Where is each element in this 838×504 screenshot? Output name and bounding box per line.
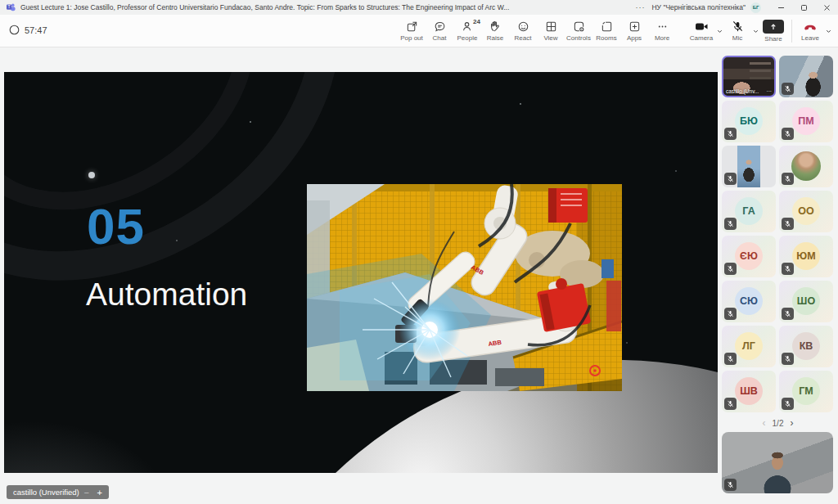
star-decoration [250, 121, 251, 123]
shared-screen-slide: 05 Automation [4, 72, 718, 473]
participant-photo-avatar [791, 151, 821, 181]
leave-button[interactable]: Leave [797, 17, 823, 45]
participant-tile[interactable]: ЄЮ [722, 236, 776, 277]
participant-tile-photo[interactable] [779, 146, 833, 187]
controls-button[interactable]: Controls [565, 17, 592, 45]
mic-muted-badge-icon [782, 128, 794, 140]
mic-muted-badge-icon [724, 308, 737, 320]
participant-initials-avatar: СЮ [735, 287, 763, 315]
share-button[interactable]: Share [760, 17, 786, 45]
participant-tile[interactable]: БЮ [722, 101, 776, 142]
mic-muted-badge-icon [724, 218, 737, 230]
participant-tile[interactable]: СЮ [722, 281, 776, 322]
slide-title: Automation [86, 278, 247, 310]
minimize-button[interactable] [769, 0, 792, 15]
mic-muted-badge-icon [782, 83, 794, 95]
participants-pagination: ‹ 1/2 › [718, 417, 838, 429]
participant-tile[interactable]: ЛГ [722, 326, 776, 367]
participant-tile[interactable]: ШВ [722, 371, 776, 412]
portrait-video-strip [737, 146, 760, 187]
people-button[interactable]: 24 People [453, 17, 481, 45]
popout-button[interactable]: Pop out [398, 17, 426, 45]
close-button[interactable] [815, 0, 838, 15]
meeting-title: Guest Lecture 1: Jose Castillo, Professo… [20, 3, 628, 11]
participants-sidebar: castillo (Unv... ··· БЮ ПМ [718, 47, 838, 504]
timer-value: 57:47 [25, 25, 47, 35]
moon-decoration [88, 172, 95, 178]
popout-icon [406, 20, 418, 33]
raise-hand-button[interactable]: Raise [481, 17, 509, 45]
participant-name-label: castillo (Unv... [726, 88, 759, 94]
participant-initials-avatar: ЛГ [735, 332, 763, 360]
pagination-prev-icon[interactable]: ‹ [763, 417, 766, 429]
mic-muted-badge-icon [724, 128, 737, 140]
mic-muted-badge-icon [724, 479, 737, 491]
maximize-button[interactable] [792, 0, 815, 15]
meeting-toolbar: 57:47 Pop out Chat 24 People Raise React… [0, 15, 838, 47]
pagination-current: 1/2 [773, 419, 784, 428]
participant-initials-avatar: БЮ [735, 107, 763, 135]
participant-initials-avatar: ШО [792, 287, 820, 315]
mic-muted-badge-icon [724, 398, 737, 410]
tile-more-icon[interactable]: ··· [767, 88, 773, 94]
people-icon [462, 20, 474, 33]
org-avatar[interactable]: БГ [750, 2, 761, 13]
participant-tiles-grid: castillo (Unv... ··· БЮ ПМ [718, 47, 838, 412]
apps-button[interactable]: Apps [620, 17, 648, 45]
zoom-in-button[interactable]: + [94, 488, 106, 497]
controls-icon [573, 20, 585, 33]
participant-tile-video[interactable] [779, 56, 833, 97]
participant-tile[interactable]: ЮМ [779, 236, 833, 277]
titlebar-more-icon[interactable]: ··· [628, 3, 651, 11]
mic-dropdown-chevron-icon[interactable] [750, 17, 760, 45]
mic-button[interactable]: Mic [724, 17, 750, 45]
participant-tile-castillo[interactable]: castillo (Unv... ··· [722, 56, 776, 97]
participant-initials-avatar: КВ [792, 332, 820, 360]
camera-icon [695, 20, 709, 33]
share-icon [763, 20, 784, 34]
participant-initials-avatar: ГА [735, 197, 763, 225]
mic-muted-badge-icon [782, 308, 794, 320]
camera-button[interactable]: Camera [688, 17, 714, 45]
timer-icon [9, 25, 20, 35]
participant-tile[interactable]: КВ [779, 326, 833, 367]
participant-tile[interactable]: ГМ [779, 371, 833, 412]
corner-glow-decoration [4, 412, 192, 473]
people-count-badge: 24 [473, 18, 480, 25]
view-button[interactable]: View [537, 17, 565, 45]
self-view-tile[interactable] [722, 432, 833, 493]
mic-muted-badge-icon [724, 263, 737, 275]
slide-number: 05 [87, 201, 145, 252]
mic-muted-badge-icon [724, 353, 737, 365]
mic-muted-badge-icon [782, 398, 794, 410]
star-decoration [176, 240, 178, 241]
participant-initials-avatar: ПМ [792, 107, 820, 135]
rooms-icon [601, 20, 613, 33]
participant-tile[interactable]: ШО [779, 281, 833, 322]
react-button[interactable]: React [509, 17, 537, 45]
participant-tile[interactable]: ПМ [779, 101, 833, 142]
window-titlebar: T Guest Lecture 1: Jose Castillo, Profes… [0, 0, 838, 15]
camera-dropdown-chevron-icon[interactable] [714, 17, 724, 45]
more-icon [656, 20, 669, 33]
pagination-next-icon[interactable]: › [790, 417, 793, 429]
participant-tile[interactable]: ОО [779, 191, 833, 232]
more-button[interactable]: More [648, 17, 676, 45]
leave-dropdown-chevron-icon[interactable] [823, 17, 833, 45]
rooms-button[interactable]: Rooms [592, 17, 620, 45]
participant-tile[interactable]: ГА [722, 191, 776, 232]
toolbar-divider [791, 20, 792, 43]
zoom-out-button[interactable]: − [81, 488, 92, 497]
mic-muted-badge-icon [782, 263, 794, 275]
teams-app-icon: T [6, 2, 16, 12]
participant-initials-avatar: ЄЮ [735, 242, 763, 270]
raise-hand-icon [489, 20, 502, 33]
star-decoration [626, 342, 628, 344]
meeting-stage: 05 Automation [0, 47, 838, 504]
svg-text:T: T [8, 4, 11, 9]
react-icon [517, 20, 529, 33]
org-name: НУ "Чернігівська політехніка" [651, 3, 746, 11]
participant-tile-video[interactable] [722, 146, 776, 187]
participant-initials-avatar: ШВ [735, 377, 763, 405]
chat-button[interactable]: Chat [426, 17, 453, 45]
